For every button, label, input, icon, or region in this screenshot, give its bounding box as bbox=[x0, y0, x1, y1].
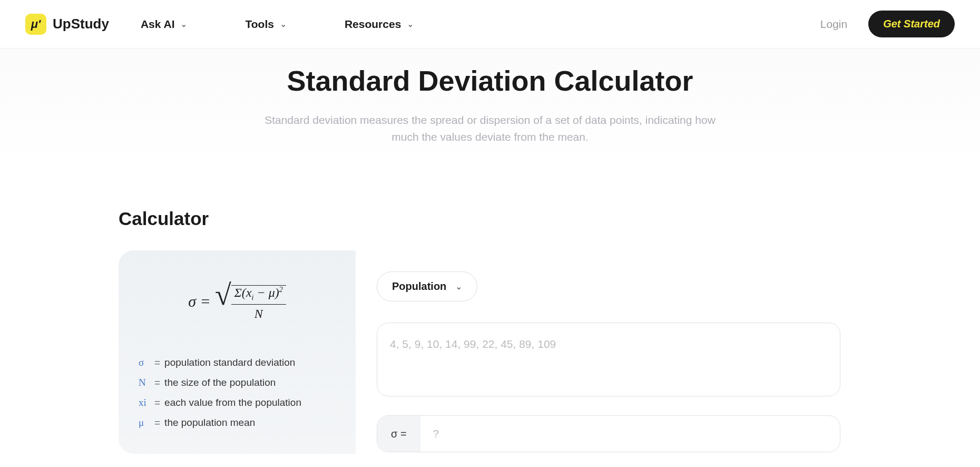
legend-row: N = the size of the population bbox=[139, 373, 336, 393]
legend-symbol: σ bbox=[139, 353, 150, 373]
result-value[interactable]: ? bbox=[420, 416, 452, 452]
formula-display: σ = √ Σ(xi − μ)2 N bbox=[139, 282, 336, 321]
login-link[interactable]: Login bbox=[820, 18, 847, 31]
chevron-down-icon: ⌄ bbox=[407, 20, 414, 28]
data-input[interactable]: 4, 5, 9, 10, 14, 99, 22, 45, 89, 109 bbox=[377, 323, 840, 396]
calculator-card: σ = √ Σ(xi − μ)2 N σ = bbox=[119, 250, 861, 454]
formula-panel: σ = √ Σ(xi − μ)2 N σ = bbox=[119, 250, 356, 454]
nav-label: Resources bbox=[345, 18, 401, 31]
formula-denominator: N bbox=[254, 305, 263, 321]
logo-text: UpStudy bbox=[53, 16, 109, 32]
hero-section: Standard Deviation Calculator Standard d… bbox=[0, 48, 980, 166]
main-nav: Ask AI ⌄ Tools ⌄ Resources ⌄ bbox=[141, 18, 414, 31]
result-label: σ = bbox=[377, 416, 420, 452]
formula-legend: σ = population standard deviation N = th… bbox=[139, 353, 336, 433]
legend-equals: = bbox=[154, 393, 160, 413]
legend-text: each value from the population bbox=[164, 393, 301, 413]
logo[interactable]: μ' UpStudy bbox=[25, 14, 109, 35]
nav-tools[interactable]: Tools ⌄ bbox=[245, 18, 286, 31]
nav-label: Ask AI bbox=[141, 18, 175, 31]
legend-text: population standard deviation bbox=[164, 353, 295, 373]
legend-symbol: μ bbox=[139, 413, 150, 433]
header: μ' UpStudy Ask AI ⌄ Tools ⌄ Resources ⌄ … bbox=[0, 0, 980, 48]
content: Calculator σ = √ Σ(xi − μ)2 N bbox=[119, 166, 861, 454]
legend-equals: = bbox=[154, 353, 160, 373]
chevron-down-icon: ⌄ bbox=[181, 20, 187, 28]
section-title: Calculator bbox=[119, 208, 861, 229]
header-right: Login Get Started bbox=[820, 11, 955, 37]
legend-row: σ = population standard deviation bbox=[139, 353, 336, 373]
result-row: σ = ? bbox=[377, 415, 840, 452]
calculator-inputs: Population ⌄ 4, 5, 9, 10, 14, 99, 22, 45… bbox=[356, 250, 861, 454]
mode-select[interactable]: Population ⌄ bbox=[377, 271, 477, 301]
legend-row: μ = the population mean bbox=[139, 413, 336, 433]
mode-label: Population bbox=[392, 280, 446, 293]
nav-label: Tools bbox=[245, 18, 273, 31]
sqrt-icon: √ bbox=[215, 280, 231, 309]
legend-row: xi = each value from the population bbox=[139, 393, 336, 413]
legend-text: the size of the population bbox=[164, 373, 276, 393]
legend-equals: = bbox=[154, 373, 160, 393]
legend-text: the population mean bbox=[164, 413, 255, 433]
page-title: Standard Deviation Calculator bbox=[0, 64, 980, 97]
legend-symbol: N bbox=[139, 373, 150, 393]
get-started-button[interactable]: Get Started bbox=[868, 11, 955, 37]
legend-symbol: xi bbox=[139, 393, 150, 413]
page-subtitle: Standard deviation measures the spread o… bbox=[253, 112, 727, 145]
formula-lhs: σ = bbox=[188, 293, 211, 310]
nav-resources[interactable]: Resources ⌄ bbox=[345, 18, 414, 31]
nav-ask-ai[interactable]: Ask AI ⌄ bbox=[141, 18, 188, 31]
chevron-down-icon: ⌄ bbox=[456, 283, 462, 291]
legend-equals: = bbox=[154, 413, 160, 433]
chevron-down-icon: ⌄ bbox=[280, 20, 287, 28]
formula-numerator: Σ(xi − μ)2 bbox=[231, 286, 286, 305]
logo-icon: μ' bbox=[25, 14, 46, 35]
